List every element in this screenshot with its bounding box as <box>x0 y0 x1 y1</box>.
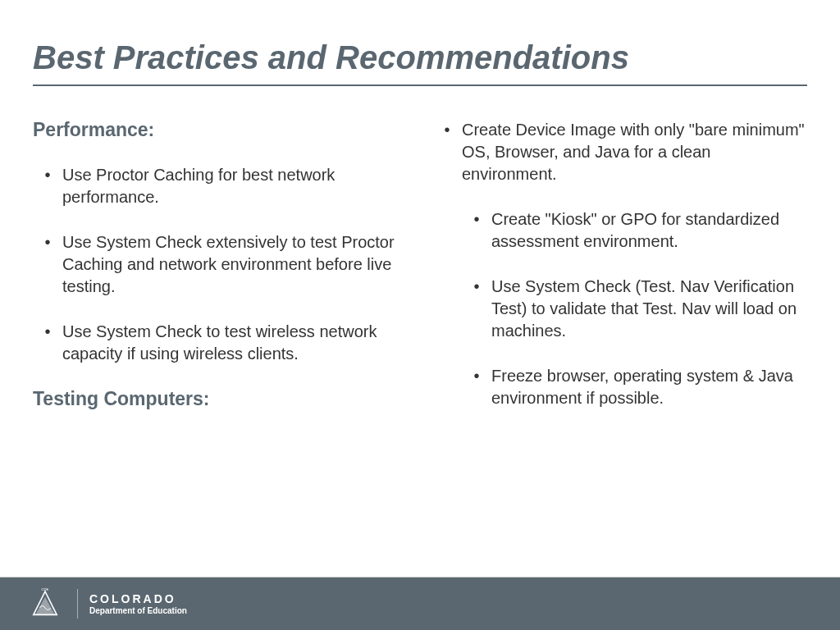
bullet-marker: • <box>33 231 62 298</box>
list-item-text: Use System Check (Test. Nav Verification… <box>491 276 807 342</box>
list-item-text: Create Device Image with only "bare mini… <box>462 119 807 185</box>
bullet-marker: • <box>462 276 491 342</box>
colorado-logo-icon: CDE <box>25 587 66 620</box>
list-item-text: Use Proctor Caching for best network per… <box>62 164 408 208</box>
list-item-text: Use System Check to test wireless networ… <box>62 321 408 365</box>
list-item: • Create Device Image with only "bare mi… <box>432 119 807 185</box>
performance-list: • Use Proctor Caching for best network p… <box>33 164 408 365</box>
list-item: • Use System Check to test wireless netw… <box>33 321 408 365</box>
footer-text-block: COLORADO Department of Education <box>89 592 187 615</box>
footer-state-name: COLORADO <box>89 592 187 605</box>
slide-container: Best Practices and Recommendations Perfo… <box>0 0 840 630</box>
left-column: Performance: • Use Proctor Caching for b… <box>33 119 408 433</box>
bullet-marker: • <box>462 365 491 409</box>
list-item: • Create "Kiosk" or GPO for standardized… <box>462 208 807 253</box>
list-item: • Use System Check extensively to test P… <box>33 231 408 298</box>
footer-bar: CDE COLORADO Department of Education <box>0 578 840 630</box>
bullet-marker: • <box>432 119 462 185</box>
performance-heading: Performance: <box>33 119 408 141</box>
testing-computers-heading: Testing Computers: <box>33 388 408 410</box>
bullet-marker: • <box>33 321 62 365</box>
list-item-text: Create "Kiosk" or GPO for standardized a… <box>491 208 807 253</box>
footer-department-name: Department of Education <box>89 606 187 615</box>
bullet-marker: • <box>462 208 491 253</box>
right-column: • Create Device Image with only "bare mi… <box>432 119 807 433</box>
list-item-text: Freeze browser, operating system & Java … <box>491 365 807 409</box>
nested-list: • Create "Kiosk" or GPO for standardized… <box>462 208 807 409</box>
logo-badge-text: CDE <box>42 587 49 591</box>
list-item: • Use Proctor Caching for best network p… <box>33 164 408 208</box>
right-list: • Create Device Image with only "bare mi… <box>432 119 807 185</box>
list-item: • Freeze browser, operating system & Jav… <box>462 365 807 409</box>
slide-title: Best Practices and Recommendations <box>33 39 807 86</box>
content-area: Performance: • Use Proctor Caching for b… <box>33 119 807 433</box>
bullet-marker: • <box>33 164 62 208</box>
list-item: • Use System Check (Test. Nav Verificati… <box>462 276 807 342</box>
footer-vertical-divider <box>77 589 78 619</box>
list-item-text: Use System Check extensively to test Pro… <box>62 231 408 298</box>
